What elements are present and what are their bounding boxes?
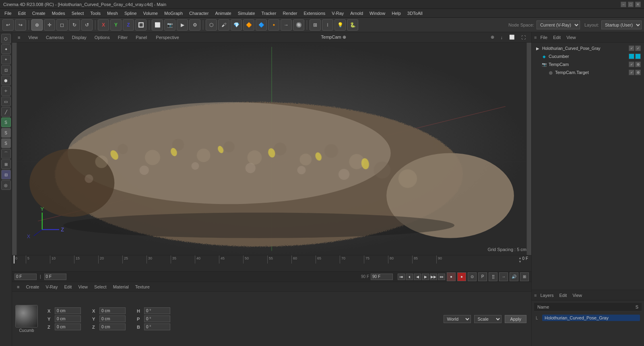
current-frame-input[interactable]: [14, 274, 37, 280]
attr-object-row[interactable]: L Holothurian_Curved_Pose_Gray: [534, 313, 642, 323]
viewport-view-btn[interactable]: View: [26, 34, 40, 41]
status-icon-2[interactable]: ●: [457, 272, 466, 281]
viewport-panel-btn[interactable]: Panel: [133, 34, 149, 41]
menu-item-help[interactable]: Help: [389, 10, 404, 16]
obj-target-vis-1[interactable]: ✓: [629, 70, 634, 75]
z-axis-button[interactable]: Z: [123, 19, 134, 31]
status-icon-4[interactable]: P: [478, 272, 487, 281]
bottom-material-btn[interactable]: Material: [111, 284, 131, 290]
attr-header-menu-icon[interactable]: ≡: [534, 293, 537, 298]
menu-item-volume[interactable]: Volume: [140, 10, 161, 16]
y-input[interactable]: [55, 315, 81, 322]
hair-btn[interactable]: 🔶: [243, 19, 254, 31]
left-tool-8[interactable]: ╱: [1, 107, 11, 117]
obj-tempcam[interactable]: 📷 TempCam ✓ ⚙: [540, 60, 642, 68]
obj-edit-btn[interactable]: Edit: [551, 34, 563, 41]
reset-tool-button[interactable]: ↺: [81, 19, 93, 31]
timeline-ruler[interactable]: 051015202530354045505560657075808590 0 F…: [12, 255, 531, 264]
arrow-btn[interactable]: →: [281, 19, 292, 31]
viewport-filter-btn[interactable]: Filter: [116, 34, 130, 41]
obj-vis-1[interactable]: ✓: [629, 45, 634, 51]
status-icon-5[interactable]: ⣿: [489, 272, 497, 281]
vp-icon-4[interactable]: ⛶: [519, 34, 528, 41]
undo-button[interactable]: ↩: [2, 19, 14, 31]
sculpt-btn[interactable]: 💎: [231, 19, 242, 31]
rewind-btn[interactable]: ◀: [414, 274, 421, 280]
scale-dropdown[interactable]: Scale: [474, 315, 502, 323]
frame-spin[interactable]: ▲ ▼: [518, 256, 522, 264]
menu-item-simulate[interactable]: Simulate: [235, 10, 258, 16]
viewport-cameras-btn[interactable]: Cameras: [43, 34, 66, 41]
obj-tempcam-vis-2[interactable]: ⚙: [635, 62, 641, 67]
xray-btn[interactable]: 🔷: [256, 19, 267, 31]
dots-btn[interactable]: ⁞: [322, 19, 333, 31]
obj-vis-2[interactable]: ✓: [635, 45, 641, 51]
paint-btn[interactable]: 🖌: [218, 19, 229, 31]
end-frame-input[interactable]: [371, 274, 393, 280]
left-tool-2[interactable]: ✦: [1, 44, 11, 54]
play-btn[interactable]: ▶: [422, 274, 429, 280]
left-tool-1[interactable]: ⬡: [1, 34, 11, 43]
perspective-btn[interactable]: ⬡: [206, 19, 217, 31]
bottom-view-btn[interactable]: View: [76, 284, 90, 290]
left-tool-6[interactable]: ⟣: [1, 86, 11, 96]
menu-item-character[interactable]: Character: [186, 10, 211, 16]
start-frame-input[interactable]: [44, 274, 66, 280]
menu-item-v-ray[interactable]: V-Ray: [329, 10, 347, 16]
menu-item-tools[interactable]: Tools: [87, 10, 103, 16]
menu-item-mesh[interactable]: Mesh: [104, 10, 121, 16]
menu-item-render[interactable]: Render: [280, 10, 300, 16]
python-btn[interactable]: 🐍: [347, 19, 358, 31]
z2-input[interactable]: [99, 323, 126, 330]
left-tool-s1[interactable]: S: [1, 117, 11, 127]
left-tool-s2[interactable]: S: [1, 128, 11, 138]
left-tool-3[interactable]: ⌖: [1, 55, 11, 64]
bottom-menu-icon[interactable]: ≡: [14, 284, 22, 290]
attr-view-btn[interactable]: View: [570, 292, 584, 299]
left-tool-grid[interactable]: ⊞: [1, 159, 11, 169]
bottom-vray-btn[interactable]: V-Ray: [43, 284, 60, 290]
status-icon-6[interactable]: →: [499, 272, 508, 281]
y-axis-button[interactable]: Y: [110, 19, 122, 31]
layout-dropdown[interactable]: Startup (User): [601, 21, 642, 29]
select-tool-button[interactable]: ⊕: [31, 19, 43, 31]
move-tool-button[interactable]: ✛: [44, 19, 55, 31]
obj-view-btn[interactable]: View: [564, 34, 578, 41]
attr-edit-btn[interactable]: Edit: [557, 292, 569, 299]
x2-input[interactable]: [99, 307, 126, 314]
redo-button[interactable]: ↪: [15, 19, 26, 31]
obj-cucumber-vis-1[interactable]: [629, 54, 634, 59]
menu-item-file[interactable]: File: [2, 10, 14, 16]
coord-system-button[interactable]: 🔳: [135, 19, 147, 31]
obj-header-menu-icon[interactable]: ≡: [534, 35, 537, 40]
obj-cucumber-vis-2[interactable]: [635, 54, 641, 59]
status-icon-7[interactable]: 🔊: [510, 272, 518, 281]
menu-item-animate[interactable]: Animate: [212, 10, 234, 16]
forward-end-btn[interactable]: ⏭: [438, 274, 445, 280]
viewport-options-btn[interactable]: Options: [92, 34, 112, 41]
obj-target-vis-2[interactable]: ⚙: [635, 70, 641, 75]
maximize-button[interactable]: □: [628, 2, 634, 7]
bottom-select-btn[interactable]: Select: [92, 284, 109, 290]
menu-item-arnold[interactable]: Arnold: [347, 10, 366, 16]
left-tool-s3[interactable]: S: [1, 138, 11, 148]
dynamics-btn[interactable]: 🔸: [268, 19, 279, 31]
menu-item-tracker[interactable]: Tracker: [259, 10, 279, 16]
render-settings-button[interactable]: ⚙: [189, 19, 200, 31]
z-input[interactable]: [55, 323, 81, 330]
node-space-dropdown[interactable]: Current (V-Ray): [537, 21, 580, 29]
status-icon-3[interactable]: ⊙: [468, 272, 477, 281]
p-input[interactable]: [144, 315, 170, 322]
status-icon-8[interactable]: ⊞: [520, 272, 529, 281]
scale-tool-button[interactable]: ◻: [56, 19, 68, 31]
h-input[interactable]: [144, 307, 170, 314]
menu-item-select[interactable]: Select: [69, 10, 87, 16]
rewind-step-btn[interactable]: ⏴: [406, 274, 413, 280]
apply-button[interactable]: Apply: [505, 315, 526, 323]
grid-btn[interactable]: ⊞: [310, 19, 321, 31]
vp-icon-2[interactable]: ↓: [498, 34, 506, 41]
material-item[interactable]: Cucumb: [15, 305, 38, 333]
menu-item-modes[interactable]: Modes: [49, 10, 68, 16]
vp-icon-3[interactable]: ⬜: [507, 34, 517, 41]
left-tool-4[interactable]: ⊡: [1, 65, 11, 75]
